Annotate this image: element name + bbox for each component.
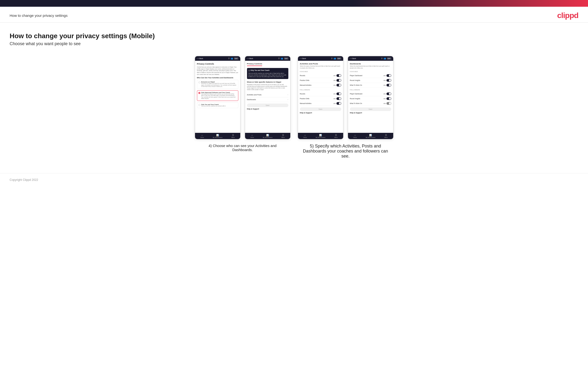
footer-menu-1[interactable]: ☰ Menu (231, 134, 235, 138)
people-icon-2[interactable]: 👥 (281, 57, 283, 59)
option-followers-coach[interactable]: Only Approved Followers and Your Coach O… (197, 90, 238, 101)
phone-4-footer: ⌂ Home 📊 My Performance ☰ Menu (348, 133, 393, 139)
footer-home-3[interactable]: ⌂ Home (303, 134, 307, 138)
coaches-rounds-toggle[interactable]: ON (334, 74, 341, 77)
tooltip-radio: Only You and Your Coach (248, 69, 287, 72)
footer-menu-2[interactable]: ☰ Menu (281, 134, 285, 138)
save-button-2[interactable]: Save (247, 103, 288, 107)
footer-home-4[interactable]: ⌂ Home (353, 134, 357, 138)
coaches-round-insights-switch[interactable] (387, 79, 391, 82)
menu-dropdown-3[interactable]: ⚙ ▼ (337, 57, 341, 59)
phone-1-footer: ⌂ Home 📊 My Performance ☰ Menu (195, 133, 240, 139)
chevron-left-icon-2: ‹ (247, 58, 247, 59)
coaches-manual-label: Manual Activities (300, 84, 311, 86)
screenshots-row: ‹ < Back ⚲ 👥 ⚙ ▼ Priva (10, 56, 578, 159)
followers-rounds-toggle[interactable]: ON (334, 92, 341, 95)
radio-you-coach (199, 104, 200, 106)
followers-round-insights-switch[interactable] (387, 97, 391, 100)
coaches-what-work-toggle[interactable]: ON (384, 84, 391, 86)
search-icon-2[interactable]: ⚲ (278, 57, 280, 59)
dashboards-row[interactable]: Dashboards › (247, 97, 288, 102)
caption-1: 4) Choose who can see your Activities an… (204, 144, 281, 152)
footer: Copyright Clippd 2022 (0, 173, 588, 186)
followers-manual-switch[interactable] (337, 102, 341, 105)
screenshot-group-1: ‹ < Back ⚲ 👥 ⚙ ▼ Priva (195, 56, 291, 152)
footer-menu-4[interactable]: ☰ Menu (384, 134, 388, 138)
header-icons-3: ⚲ 👥 ⚙ ▼ (331, 57, 341, 59)
coaches-round-insights-toggle[interactable]: ON (384, 79, 391, 82)
followers-player-dash-label: Player Dashboard (350, 93, 363, 95)
header: How to change your privacy settings clip… (0, 7, 588, 23)
back-button-4[interactable]: ‹ < Back (350, 58, 356, 59)
privacy-controls-desc: Control how you and your data appears to… (197, 66, 238, 75)
coaches-rounds-switch[interactable] (337, 74, 341, 77)
back-button-1[interactable]: ‹ < Back (197, 58, 203, 59)
followers-drills-label: Practice Drills (300, 98, 310, 100)
option-you-coach[interactable]: Only You and Your Coach Only you and the… (197, 102, 238, 108)
back-button-2[interactable]: ‹ < Back (247, 58, 253, 59)
footer-perf-2[interactable]: 📊 My Performance (263, 134, 272, 138)
phone-2-header: ‹ < Back ⚲ 👥 ⚙ ▼ (245, 56, 290, 61)
phone-1: ‹ < Back ⚲ 👥 ⚙ ▼ Priva (195, 56, 241, 139)
chart-icon-4: 📊 (369, 134, 372, 136)
coaches-round-insights-label: Round Insights (350, 80, 360, 81)
footer-home-1[interactable]: ⌂ Home (200, 134, 204, 138)
footer-perf-1[interactable]: 📊 My Performance (213, 134, 223, 138)
followers-player-dash-toggle[interactable]: ON (384, 92, 391, 95)
search-icon-4[interactable]: ⚲ (381, 57, 383, 59)
followers-section-label-4: FOLLOWERS (350, 89, 391, 91)
coaches-what-work-switch[interactable] (387, 84, 391, 86)
option-everyone[interactable]: Everyone on Clippd Everyone on Clippd ca… (197, 80, 238, 89)
coaches-player-dash-toggle[interactable]: ON (384, 74, 391, 77)
followers-round-insights-toggle[interactable]: ON (384, 97, 391, 100)
followers-rounds-row: Rounds ON (300, 92, 341, 96)
activities-posts-row[interactable]: Activities and Posts › (247, 92, 288, 97)
tooltip-box: Only You and Your Coach Only you and the… (247, 68, 288, 79)
save-button-4[interactable]: Save (350, 107, 391, 111)
followers-drills-toggle[interactable]: ON (334, 97, 341, 100)
followers-what-work-toggle[interactable]: ON (384, 102, 391, 105)
footer-home-2[interactable]: ⌂ Home (250, 134, 254, 138)
option-followers-desc: Only approved followers and coaches you … (201, 93, 237, 100)
coaches-manual-toggle[interactable]: ON (334, 84, 341, 86)
menu-dropdown-2[interactable]: ⚙ ▼ (284, 57, 288, 59)
coaches-manual-row: Manual Activities ON (300, 83, 341, 88)
coaches-drills-toggle[interactable]: ON (334, 79, 341, 82)
who-can-see-title: Who Can See Your Activities and Dashboar… (197, 77, 238, 79)
footer-perf-3[interactable]: 📊 My Performance (316, 134, 325, 138)
followers-what-work-switch[interactable] (387, 102, 391, 105)
people-icon-4[interactable]: 👥 (384, 57, 386, 59)
menu-icon-4: ☰ (385, 134, 387, 136)
coaches-drills-switch[interactable] (337, 79, 341, 82)
followers-manual-toggle[interactable]: ON (334, 102, 341, 105)
option-you-desc: Only you and the coaches you connect wit… (201, 105, 226, 107)
search-icon-3[interactable]: ⚲ (331, 57, 333, 59)
people-icon-3[interactable]: 👥 (334, 57, 336, 59)
menu-dropdown[interactable]: ⚙ ▼ (234, 57, 238, 59)
coaches-player-dash-switch[interactable] (387, 74, 391, 77)
followers-round-insights-label: Round Insights (350, 98, 360, 100)
privacy-tab[interactable]: Privacy Controls (247, 63, 262, 66)
footer-menu-3[interactable]: ☰ Menu (334, 134, 338, 138)
save-button-3[interactable]: Save (300, 107, 341, 111)
coaches-manual-switch[interactable] (337, 84, 341, 86)
chevron-left-icon-4: ‹ (350, 58, 350, 59)
followers-player-dash-switch[interactable] (387, 92, 391, 95)
tooltip-title: Only You and Your Coach (251, 69, 270, 71)
followers-drills-switch[interactable] (337, 97, 341, 100)
menu-icon-2: ☰ (282, 134, 284, 136)
activities-desc: Select the types of activity that you'd … (300, 65, 341, 69)
back-button-3[interactable]: ‹ < Back (300, 58, 306, 59)
footer-perf-4[interactable]: 📊 My Performance (366, 134, 375, 138)
home-icon-2: ⌂ (251, 134, 253, 136)
help-support-4: Help & Support (350, 112, 391, 114)
people-icon[interactable]: 👥 (231, 57, 233, 59)
phone-2-body: Privacy Controls Only You and Your Coach… (245, 61, 290, 133)
followers-rounds-switch[interactable] (337, 92, 341, 95)
phone-pair-1: ‹ < Back ⚲ 👥 ⚙ ▼ Priva (195, 56, 291, 139)
search-icon[interactable]: ⚲ (228, 57, 230, 59)
dashboards-label: Dashboards (247, 99, 256, 100)
coaches-round-insights-row: Round Insights ON (350, 78, 391, 83)
menu-dropdown-4[interactable]: ⚙ ▼ (387, 57, 391, 59)
phone-2-footer: ⌂ Home 📊 My Performance ☰ Menu (245, 133, 290, 139)
